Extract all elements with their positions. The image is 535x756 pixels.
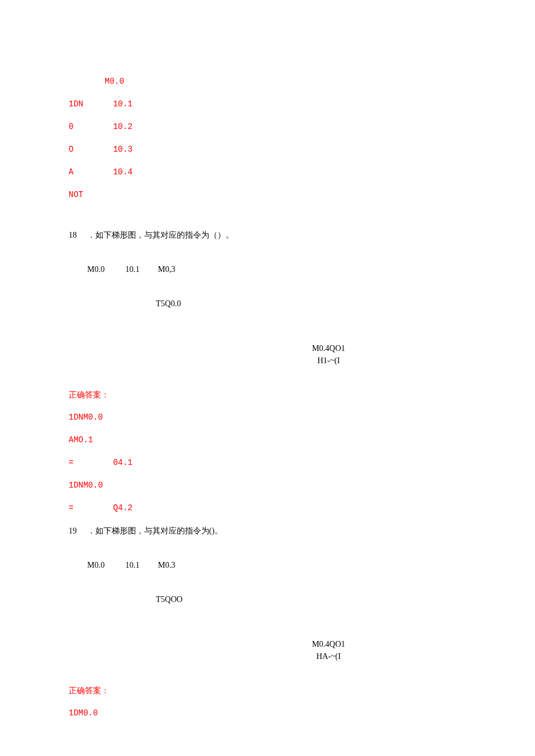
code-arg: 10.1 xyxy=(113,99,133,109)
code-op: = xyxy=(69,502,108,514)
question-text: ．如下梯形图，与其对应的指令为（）。 xyxy=(87,231,234,239)
code-arg: 10.3 xyxy=(113,145,133,154)
code-line: M0.0 xyxy=(69,76,466,88)
answer-label: 正确答案： xyxy=(69,685,466,697)
code-line: 1DN 10.1 xyxy=(69,98,466,110)
code-op: 1DN xyxy=(69,98,108,110)
code-line: O 10.3 xyxy=(69,144,466,156)
code-arg: 04.1 xyxy=(113,458,133,467)
code-op: O xyxy=(69,144,108,156)
answer-line: = 04.1 xyxy=(69,457,466,469)
diagram-item: 10.1 xyxy=(125,263,140,275)
code-arg: 10.4 xyxy=(113,167,133,177)
code-line: A 10.4 xyxy=(69,166,466,178)
answer-line: 1DNM0.0 xyxy=(69,411,466,424)
question-19: 19 ．如下梯形图，与其对应的指令为()。 xyxy=(69,525,466,537)
code-arg: 10.2 xyxy=(113,122,133,131)
answer-line: 1DM0.0 xyxy=(69,707,466,719)
diagram-row: T5Q0.0 xyxy=(69,298,466,310)
question-18: 18 ．如下梯形图，与其对应的指令为（）。 xyxy=(69,229,466,241)
answer-line: = Q4.2 xyxy=(69,502,466,514)
diagram-row: M0.4QO1 xyxy=(69,342,466,354)
diagram-row: T5QOO xyxy=(69,593,466,605)
diagram-item: M0.0 xyxy=(87,263,105,275)
code-line: NOT xyxy=(69,189,466,201)
diagram-row: HA-~(I xyxy=(69,650,466,662)
code-arg: Q4.2 xyxy=(113,503,133,513)
code-line: 0 10.2 xyxy=(69,121,466,133)
diagram-item: 10.1 xyxy=(125,559,140,571)
diagram-item: M0,3 xyxy=(158,265,175,274)
code-op: = xyxy=(69,457,108,469)
question-number: 19 xyxy=(69,526,77,535)
code-op: 0 xyxy=(69,121,108,133)
code-op: A xyxy=(69,166,108,178)
diagram-row: M0.0 10.1 M0.3 xyxy=(69,559,466,571)
question-text: ．如下梯形图，与其对应的指令为()。 xyxy=(87,526,223,535)
diagram-row: M0.4QO1 xyxy=(69,638,466,650)
question-number: 18 xyxy=(69,231,77,239)
diagram-row: H1-~(I xyxy=(69,354,466,367)
answer-label: 正确答案： xyxy=(69,389,466,401)
answer-line: 1DNM0.0 xyxy=(69,479,466,492)
diagram-row: M0.0 10.1 M0,3 xyxy=(69,263,466,275)
answer-line: AMO.1 xyxy=(69,434,466,446)
diagram-item: M0.3 xyxy=(158,561,175,569)
diagram-item: M0.0 xyxy=(87,559,105,571)
